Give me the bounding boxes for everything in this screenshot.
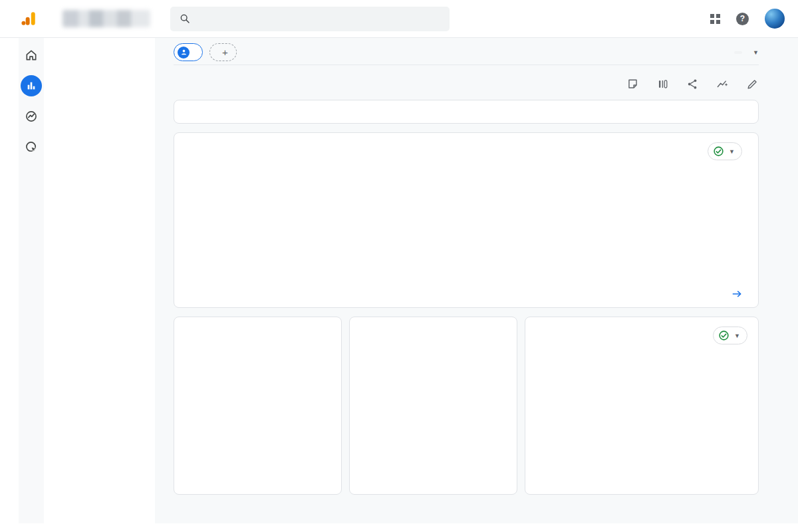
arrow-right-icon xyxy=(732,290,742,298)
first-user-source-card xyxy=(174,317,342,495)
insights-icon[interactable] xyxy=(716,78,729,90)
report-nav-sidebar xyxy=(44,38,155,523)
topbar: ? xyxy=(0,0,798,38)
explore-icon[interactable] xyxy=(21,106,42,127)
share-icon[interactable] xyxy=(686,78,699,90)
main-content: + ▼ xyxy=(155,38,798,523)
search-icon xyxy=(180,13,190,24)
chevron-down-icon: ▼ xyxy=(753,49,759,56)
person-icon xyxy=(178,47,190,59)
chevron-down-icon: ▼ xyxy=(734,332,740,339)
analytics-logo-icon xyxy=(20,10,37,27)
new-vs-returning-card: ▼ xyxy=(525,317,759,495)
check-circle-icon xyxy=(718,330,730,341)
metric-picker-button[interactable]: ▼ xyxy=(708,142,742,160)
view-pages-link[interactable] xyxy=(727,290,742,298)
nav-rail xyxy=(19,38,44,523)
edit-icon[interactable] xyxy=(746,78,759,90)
session-source-card xyxy=(349,317,517,495)
date-preset-badge xyxy=(734,51,742,54)
comparison-icon[interactable] xyxy=(656,78,669,90)
check-circle-icon xyxy=(713,146,724,157)
note-icon[interactable] xyxy=(626,78,639,90)
comparison-bar: + ▼ xyxy=(174,43,759,65)
avatar[interactable] xyxy=(765,9,785,29)
popular-pages-card: ▼ xyxy=(174,132,759,308)
apps-grid-icon[interactable] xyxy=(710,14,720,24)
home-icon[interactable] xyxy=(21,45,42,66)
metric-picker-button[interactable]: ▼ xyxy=(713,327,747,344)
reports-icon[interactable] xyxy=(21,75,42,96)
chevron-down-icon: ▼ xyxy=(729,148,735,155)
search-input[interactable] xyxy=(198,14,440,23)
plus-icon: + xyxy=(222,47,228,58)
search-bar[interactable] xyxy=(170,7,450,31)
account-selector-redacted[interactable] xyxy=(63,10,150,27)
segment-chip-all-users[interactable] xyxy=(174,43,203,61)
brand[interactable] xyxy=(20,10,44,27)
add-comparison-button[interactable]: + xyxy=(209,43,237,61)
date-range-selector[interactable]: ▼ xyxy=(734,49,759,56)
report-actions xyxy=(626,74,759,90)
pages-table-header xyxy=(190,170,742,174)
metrics-summary-card xyxy=(174,100,759,124)
app-shell: + ▼ xyxy=(0,38,798,523)
advertising-icon[interactable] xyxy=(21,136,42,158)
help-icon[interactable]: ? xyxy=(736,13,749,25)
